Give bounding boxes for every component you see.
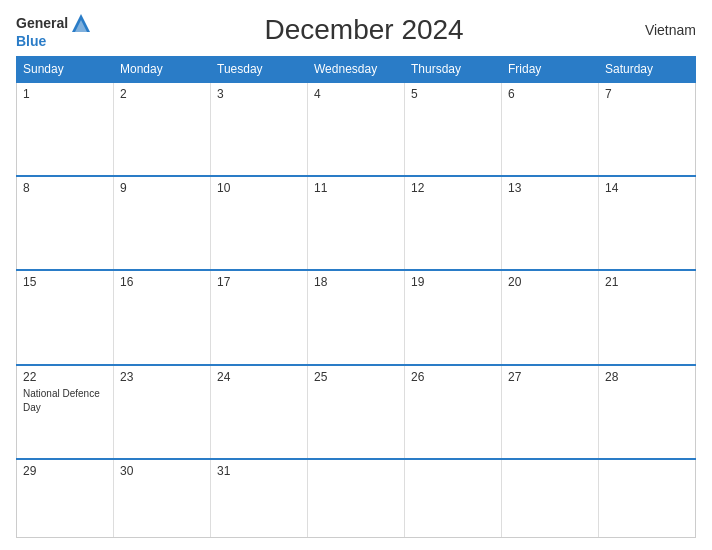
- day-number: 3: [217, 87, 301, 101]
- day-number: 8: [23, 181, 107, 195]
- day-number: 22: [23, 370, 107, 384]
- day-number: 23: [120, 370, 204, 384]
- logo-blue: Blue: [16, 34, 46, 48]
- day-number: 20: [508, 275, 592, 289]
- day-number: 2: [120, 87, 204, 101]
- weekday-header-saturday: Saturday: [599, 57, 696, 83]
- day-number: 16: [120, 275, 204, 289]
- calendar-cell: 22National Defence Day: [17, 365, 114, 459]
- weekday-header-tuesday: Tuesday: [211, 57, 308, 83]
- calendar-week-1: 1234567: [17, 82, 696, 176]
- day-number: 21: [605, 275, 689, 289]
- day-number: 18: [314, 275, 398, 289]
- calendar-cell: 9: [114, 176, 211, 270]
- day-number: 28: [605, 370, 689, 384]
- calendar-cell: 7: [599, 82, 696, 176]
- calendar-cell: 30: [114, 459, 211, 538]
- calendar-cell: 16: [114, 270, 211, 364]
- calendar-cell: 3: [211, 82, 308, 176]
- calendar-cell: 23: [114, 365, 211, 459]
- country-label: Vietnam: [636, 22, 696, 38]
- day-number: 13: [508, 181, 592, 195]
- weekday-header-friday: Friday: [502, 57, 599, 83]
- day-number: 29: [23, 464, 107, 478]
- day-number: 12: [411, 181, 495, 195]
- day-number: 10: [217, 181, 301, 195]
- day-number: 31: [217, 464, 301, 478]
- calendar-cell: 1: [17, 82, 114, 176]
- event-label: National Defence Day: [23, 388, 100, 413]
- day-number: 15: [23, 275, 107, 289]
- day-number: 11: [314, 181, 398, 195]
- day-number: 14: [605, 181, 689, 195]
- calendar-cell: 31: [211, 459, 308, 538]
- calendar-cell: 18: [308, 270, 405, 364]
- calendar-cell: 13: [502, 176, 599, 270]
- calendar-cell: 19: [405, 270, 502, 364]
- calendar-cell: [405, 459, 502, 538]
- calendar-cell: 14: [599, 176, 696, 270]
- calendar-cell: 5: [405, 82, 502, 176]
- header: General Blue December 2024 Vietnam: [16, 12, 696, 48]
- calendar-cell: 11: [308, 176, 405, 270]
- calendar-cell: 15: [17, 270, 114, 364]
- day-number: 26: [411, 370, 495, 384]
- day-number: 24: [217, 370, 301, 384]
- day-number: 7: [605, 87, 689, 101]
- calendar-cell: 26: [405, 365, 502, 459]
- calendar-table: SundayMondayTuesdayWednesdayThursdayFrid…: [16, 56, 696, 538]
- day-number: 1: [23, 87, 107, 101]
- day-number: 19: [411, 275, 495, 289]
- calendar-page: General Blue December 2024 Vietnam Sunda…: [0, 0, 712, 550]
- day-number: 6: [508, 87, 592, 101]
- calendar-week-5: 293031: [17, 459, 696, 538]
- calendar-body: 12345678910111213141516171819202122Natio…: [17, 82, 696, 538]
- calendar-cell: 20: [502, 270, 599, 364]
- calendar-cell: [308, 459, 405, 538]
- calendar-cell: 6: [502, 82, 599, 176]
- calendar-cell: 17: [211, 270, 308, 364]
- weekday-row: SundayMondayTuesdayWednesdayThursdayFrid…: [17, 57, 696, 83]
- weekday-header-thursday: Thursday: [405, 57, 502, 83]
- calendar-cell: 8: [17, 176, 114, 270]
- weekday-header-wednesday: Wednesday: [308, 57, 405, 83]
- calendar-header: SundayMondayTuesdayWednesdayThursdayFrid…: [17, 57, 696, 83]
- calendar-cell: [502, 459, 599, 538]
- calendar-cell: 25: [308, 365, 405, 459]
- calendar-cell: 24: [211, 365, 308, 459]
- calendar-cell: 4: [308, 82, 405, 176]
- calendar-cell: 28: [599, 365, 696, 459]
- logo-icon: [70, 12, 92, 34]
- calendar-cell: 27: [502, 365, 599, 459]
- calendar-cell: 10: [211, 176, 308, 270]
- day-number: 5: [411, 87, 495, 101]
- calendar-week-2: 891011121314: [17, 176, 696, 270]
- calendar-week-3: 15161718192021: [17, 270, 696, 364]
- logo-general: General: [16, 16, 68, 30]
- weekday-header-monday: Monday: [114, 57, 211, 83]
- day-number: 9: [120, 181, 204, 195]
- weekday-header-sunday: Sunday: [17, 57, 114, 83]
- calendar-cell: [599, 459, 696, 538]
- day-number: 30: [120, 464, 204, 478]
- day-number: 17: [217, 275, 301, 289]
- logo: General Blue: [16, 12, 92, 48]
- day-number: 4: [314, 87, 398, 101]
- calendar-title: December 2024: [92, 14, 636, 46]
- calendar-cell: 2: [114, 82, 211, 176]
- day-number: 25: [314, 370, 398, 384]
- calendar-cell: 12: [405, 176, 502, 270]
- calendar-week-4: 22National Defence Day232425262728: [17, 365, 696, 459]
- day-number: 27: [508, 370, 592, 384]
- calendar-cell: 21: [599, 270, 696, 364]
- calendar-cell: 29: [17, 459, 114, 538]
